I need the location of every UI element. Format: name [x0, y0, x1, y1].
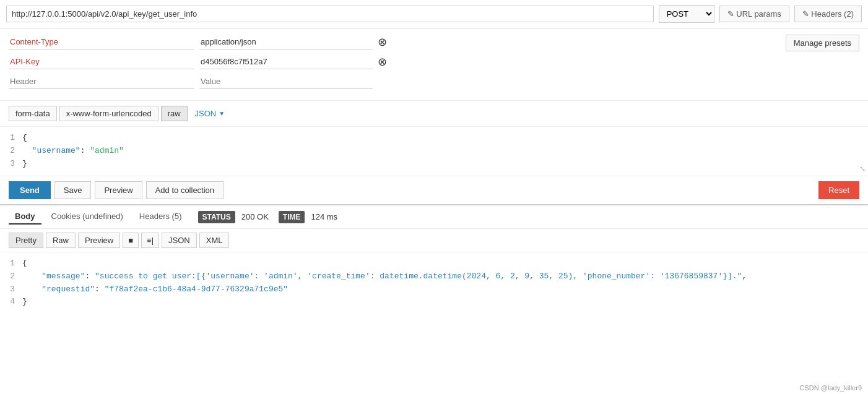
reset-button[interactable]: Reset	[818, 181, 859, 199]
header-value-3[interactable]	[199, 74, 373, 89]
header-key-1[interactable]	[9, 35, 194, 49]
format-pretty-button[interactable]: Pretty	[9, 233, 43, 248]
header-value-2[interactable]	[199, 54, 373, 69]
url-input[interactable]	[6, 6, 654, 22]
resp-line-3: 3 "requestid": "f78af2ea-c1b6-48a4-9d77-…	[0, 283, 868, 296]
resp-line-2: 2 "message": "success to get user:[{'use…	[0, 270, 868, 283]
url-bar: POST GET PUT DELETE PATCH ✎ URL params ✎…	[0, 0, 868, 28]
header-key-2[interactable]	[9, 54, 194, 69]
close-icon-2: ⊗	[378, 56, 387, 68]
header-row-2: ⊗	[9, 54, 773, 69]
preview-button[interactable]: Preview	[95, 181, 142, 199]
edit-icon-2: ✎	[802, 9, 809, 19]
header-row-1: ⊗	[9, 35, 773, 49]
wrap-icon: ≡|	[147, 236, 154, 245]
save-button[interactable]: Save	[54, 181, 92, 199]
time-badge: TIME	[279, 211, 305, 223]
json-dropdown[interactable]: JSON ▼	[190, 106, 230, 121]
add-to-collection-button[interactable]: Add to collection	[146, 181, 224, 199]
tab-cookies[interactable]: Cookies (undefined)	[45, 209, 129, 225]
code-editor[interactable]: 1 { 2 "username": "admin" 3 } ⤡	[0, 127, 868, 176]
json-format-button[interactable]: JSON	[162, 233, 197, 248]
url-params-button[interactable]: ✎ URL params	[719, 6, 789, 22]
resp-line-1: 1 {	[0, 257, 868, 270]
remove-header-1[interactable]: ⊗	[378, 36, 387, 48]
response-format-bar: Pretty Raw Preview ■ ≡| JSON XML	[0, 229, 868, 252]
dropdown-arrow-icon: ▼	[219, 110, 225, 117]
send-button[interactable]: Send	[9, 181, 51, 199]
remove-header-2[interactable]: ⊗	[378, 56, 387, 67]
format-raw-button[interactable]: Raw	[46, 233, 76, 248]
manage-presets-button[interactable]: Manage presets	[786, 35, 859, 51]
header-row-3	[9, 74, 773, 89]
close-icon-1: ⊗	[378, 36, 387, 48]
xml-format-button[interactable]: XML	[199, 233, 230, 248]
code-line-1: 1 {	[0, 132, 868, 145]
header-key-3[interactable]	[9, 74, 194, 89]
time-value: 124 ms	[311, 212, 337, 221]
headers-section: ⊗ ⊗ Manage presets	[0, 28, 868, 101]
method-select[interactable]: POST GET PUT DELETE PATCH	[659, 5, 714, 23]
action-bar: Send Save Preview Add to collection Rese…	[0, 176, 868, 205]
edit-icon: ✎	[727, 9, 734, 19]
tab-response-headers[interactable]: Headers (5)	[133, 209, 188, 225]
tab-urlencoded[interactable]: x-www-form-urlencoded	[59, 106, 158, 121]
response-body: 1 { 2 "message": "success to get user:[{…	[0, 252, 868, 314]
resp-line-4: 4 }	[0, 296, 868, 309]
code-line-3: 3 }	[0, 158, 868, 171]
headers-button[interactable]: ✎ Headers (2)	[794, 6, 862, 22]
status-badge: STATUS	[198, 211, 235, 223]
stop-icon-button[interactable]: ■	[123, 233, 139, 248]
code-line-2: 2 "username": "admin"	[0, 145, 868, 158]
header-value-1[interactable]	[199, 35, 373, 49]
tab-body[interactable]: Body	[9, 209, 41, 225]
format-preview-button[interactable]: Preview	[78, 233, 120, 248]
wrap-icon-button[interactable]: ≡|	[141, 233, 159, 248]
response-tabs: Body Cookies (undefined) Headers (5) STA…	[0, 205, 868, 229]
resize-handle[interactable]: ⤡	[859, 165, 866, 173]
stop-icon: ■	[128, 236, 133, 245]
tab-raw[interactable]: raw	[161, 106, 188, 121]
tab-form-data[interactable]: form-data	[9, 106, 57, 121]
body-tabs: form-data x-www-form-urlencoded raw JSON…	[0, 101, 868, 127]
status-value: 200 OK	[241, 212, 269, 221]
